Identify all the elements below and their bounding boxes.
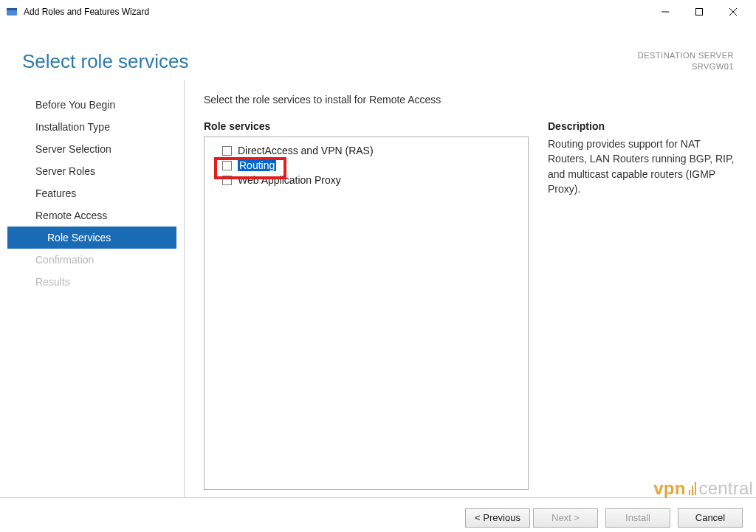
step-installation-type[interactable]: Installation Type	[7, 116, 184, 138]
step-results: Results	[7, 271, 184, 293]
checkbox-icon[interactable]	[222, 161, 232, 170]
svg-rect-1	[7, 8, 17, 10]
close-button[interactable]	[716, 0, 750, 24]
role-service-item-web-application-proxy[interactable]: Web Application Proxy	[207, 173, 525, 187]
window-title: Add Roles and Features Wizard	[24, 7, 149, 17]
minimize-button[interactable]	[648, 0, 682, 24]
page-title: Select role services	[22, 50, 638, 73]
next-button[interactable]: Next >	[533, 508, 598, 528]
role-service-label: Routing	[238, 159, 276, 171]
destination-value: SRVGW01	[638, 61, 734, 72]
wizard-footer: < Previous Next > Install Cancel	[0, 497, 756, 532]
role-service-item-directaccess[interactable]: DirectAccess and VPN (RAS)	[207, 143, 525, 158]
page-header: Select role services DESTINATION SERVER …	[0, 24, 756, 80]
destination-label: DESTINATION SERVER	[638, 50, 734, 61]
role-services-listbox[interactable]: DirectAccess and VPN (RAS) Routing Web A…	[204, 137, 529, 490]
role-services-label: Role services	[204, 120, 529, 132]
description-text: Routing provides support for NAT Routers…	[548, 137, 737, 196]
role-service-item-routing[interactable]: Routing	[207, 158, 525, 173]
step-remote-access[interactable]: Remote Access	[7, 204, 184, 227]
checkbox-icon[interactable]	[222, 176, 232, 185]
step-server-selection[interactable]: Server Selection	[7, 138, 184, 160]
svg-rect-3	[696, 9, 703, 15]
titlebar: Add Roles and Features Wizard	[0, 0, 756, 24]
cancel-button[interactable]: Cancel	[678, 508, 743, 528]
checkbox-icon[interactable]	[222, 146, 232, 156]
wizard-steps: Before You Begin Installation Type Serve…	[7, 80, 185, 497]
maximize-button[interactable]	[682, 0, 716, 24]
main-panel: Select the role services to install for …	[185, 80, 756, 497]
step-confirmation: Confirmation	[7, 249, 184, 271]
intro-text: Select the role services to install for …	[204, 94, 737, 106]
install-button[interactable]: Install	[605, 508, 670, 528]
app-icon	[6, 6, 18, 18]
role-service-label: Web Application Proxy	[238, 174, 341, 186]
description-label: Description	[548, 120, 737, 132]
role-service-label: DirectAccess and VPN (RAS)	[238, 145, 374, 156]
step-features[interactable]: Features	[7, 182, 184, 204]
step-server-roles[interactable]: Server Roles	[7, 160, 184, 182]
step-role-services[interactable]: Role Services	[7, 227, 176, 249]
destination-server: DESTINATION SERVER SRVGW01	[638, 50, 734, 73]
step-before-you-begin[interactable]: Before You Begin	[7, 94, 184, 116]
wizard-body: Before You Begin Installation Type Serve…	[0, 80, 756, 497]
previous-button[interactable]: < Previous	[465, 508, 530, 528]
